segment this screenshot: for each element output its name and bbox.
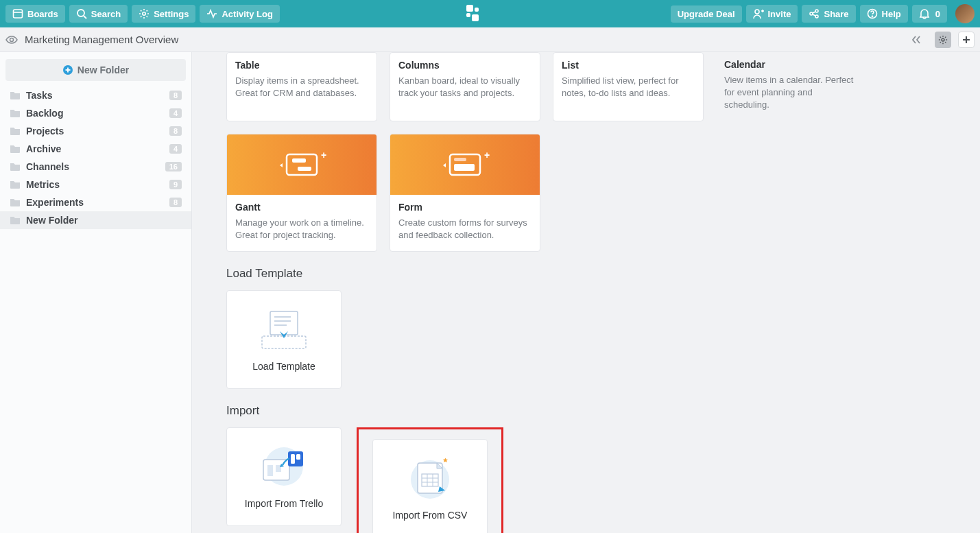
sidebar-item-label: Projects bbox=[26, 126, 164, 137]
activity-label: Activity Log bbox=[222, 9, 272, 19]
sidebar-item[interactable]: Archive4 bbox=[0, 140, 191, 158]
boards-label: Boards bbox=[27, 9, 58, 19]
view-name: Form bbox=[398, 202, 531, 213]
view-card-columns[interactable]: Columns Kanban board, ideal to visually … bbox=[390, 52, 540, 121]
person-plus-icon bbox=[753, 8, 764, 19]
sidebar-item-count: 4 bbox=[169, 144, 182, 154]
svg-rect-28 bbox=[454, 164, 475, 171]
sidebar-item-label: Experiments bbox=[26, 197, 164, 208]
sidebar-item[interactable]: New Folder bbox=[0, 211, 191, 229]
gear-icon bbox=[139, 8, 150, 19]
settings-label: Settings bbox=[154, 9, 189, 19]
sidebar-item[interactable]: Channels16 bbox=[0, 158, 191, 176]
import-trello-label: Import From Trello bbox=[245, 498, 323, 509]
sidebar-item-count: 9 bbox=[169, 180, 182, 189]
svg-rect-40 bbox=[291, 454, 295, 464]
load-template-card[interactable]: Load Template bbox=[226, 290, 342, 389]
view-desc: Manage your work on a timeline. Great fo… bbox=[235, 217, 368, 241]
sidebar-item[interactable]: Metrics9 bbox=[0, 176, 191, 193]
view-card-calendar[interactable]: Calendar View items in a calendar. Perfe… bbox=[716, 52, 867, 121]
view-card-list[interactable]: List Simplified list view, perfect for n… bbox=[553, 52, 704, 121]
settings-button[interactable]: Settings bbox=[132, 5, 195, 23]
view-card-gantt[interactable]: + Gantt Manage your work on a timeline. … bbox=[226, 134, 377, 252]
view-card-form[interactable]: + Form Create custom forms for surveys a… bbox=[390, 134, 540, 252]
svg-point-16 bbox=[942, 38, 944, 41]
folder-icon bbox=[10, 91, 21, 100]
svg-point-8 bbox=[810, 12, 813, 15]
svg-text:+: + bbox=[321, 150, 326, 161]
section-load-template: Load Template bbox=[226, 267, 980, 281]
svg-point-9 bbox=[815, 10, 818, 12]
plus-circle-icon bbox=[62, 64, 73, 75]
svg-rect-0 bbox=[14, 10, 23, 18]
template-illustration bbox=[256, 307, 311, 351]
new-folder-button[interactable]: New Folder bbox=[5, 59, 186, 81]
notifications-button[interactable]: 0 bbox=[912, 5, 947, 23]
svg-point-5 bbox=[755, 10, 759, 14]
boards-icon bbox=[12, 8, 23, 19]
svg-point-14 bbox=[872, 16, 872, 16]
search-button[interactable]: Search bbox=[69, 5, 128, 23]
folder-icon bbox=[10, 108, 21, 118]
svg-rect-39 bbox=[288, 451, 303, 466]
svg-rect-24 bbox=[298, 167, 311, 171]
share-button[interactable]: Share bbox=[802, 5, 855, 23]
svg-rect-22 bbox=[287, 154, 317, 175]
svg-rect-41 bbox=[296, 454, 300, 460]
folder-icon bbox=[10, 180, 21, 189]
add-view-tab[interactable] bbox=[958, 32, 975, 48]
avatar[interactable] bbox=[955, 4, 975, 23]
import-trello-card[interactable]: Import From Trello bbox=[226, 427, 342, 526]
view-name: List bbox=[562, 60, 695, 71]
top-navbar: Boards Search Settings Activity Log Upgr… bbox=[0, 0, 980, 27]
collapse-sidebar-button[interactable] bbox=[910, 34, 922, 46]
sidebar-item[interactable]: Backlog4 bbox=[0, 104, 191, 122]
svg-point-15 bbox=[10, 38, 14, 41]
activity-button[interactable]: Activity Log bbox=[200, 5, 279, 23]
sidebar-item-count: 16 bbox=[165, 162, 182, 171]
import-csv-card[interactable]: Import From CSV bbox=[372, 439, 488, 533]
upgrade-label: Upgrade Deal bbox=[678, 9, 735, 19]
view-desc: View items in a calendar. Perfect for ev… bbox=[724, 74, 859, 112]
notification-count: 0 bbox=[935, 9, 940, 19]
folder-icon bbox=[10, 215, 21, 225]
view-name: Gantt bbox=[235, 202, 368, 213]
svg-rect-31 bbox=[270, 311, 298, 335]
sidebar-item-label: Backlog bbox=[26, 108, 164, 119]
help-button[interactable]: Help bbox=[860, 5, 908, 23]
svg-rect-27 bbox=[454, 158, 466, 161]
new-folder-label: New Folder bbox=[77, 64, 129, 75]
view-desc: Create custom forms for surveys and feed… bbox=[398, 217, 531, 241]
trello-illustration bbox=[256, 445, 311, 488]
csv-illustration bbox=[403, 456, 457, 500]
view-card-table[interactable]: Table Display items in a spreadsheet. Gr… bbox=[226, 52, 377, 121]
sidebar-item[interactable]: Tasks8 bbox=[0, 86, 191, 104]
svg-line-12 bbox=[813, 14, 815, 16]
board-header: Marketing Management Overview bbox=[0, 27, 980, 52]
sidebar-item-count: 4 bbox=[169, 108, 182, 118]
sidebar-item[interactable]: Projects8 bbox=[0, 122, 191, 140]
view-desc: Simplified list view, perfect for notes,… bbox=[562, 75, 695, 99]
upgrade-button[interactable]: Upgrade Deal bbox=[671, 5, 742, 23]
sidebar: New Folder Tasks8Backlog4Projects8Archiv… bbox=[0, 52, 192, 533]
view-settings-button[interactable] bbox=[935, 32, 951, 48]
view-name: Calendar bbox=[724, 59, 859, 70]
invite-label: Invite bbox=[768, 9, 791, 19]
main-content: Table Display items in a spreadsheet. Gr… bbox=[192, 52, 980, 533]
app-logo bbox=[466, 5, 484, 23]
view-name: Columns bbox=[398, 60, 531, 71]
svg-point-4 bbox=[143, 12, 145, 15]
search-label: Search bbox=[91, 9, 121, 19]
invite-button[interactable]: Invite bbox=[746, 5, 798, 23]
share-label: Share bbox=[824, 9, 848, 19]
section-import: Import bbox=[226, 404, 980, 418]
folder-icon bbox=[10, 144, 21, 154]
sidebar-item[interactable]: Experiments8 bbox=[0, 193, 191, 211]
sidebar-item-label: Metrics bbox=[26, 179, 164, 190]
svg-point-10 bbox=[815, 15, 818, 18]
sidebar-item-label: Archive bbox=[26, 143, 164, 154]
boards-button[interactable]: Boards bbox=[5, 5, 65, 23]
view-desc: Kanban board, ideal to visually track yo… bbox=[398, 75, 531, 99]
share-icon bbox=[809, 8, 820, 19]
svg-line-3 bbox=[84, 16, 86, 19]
